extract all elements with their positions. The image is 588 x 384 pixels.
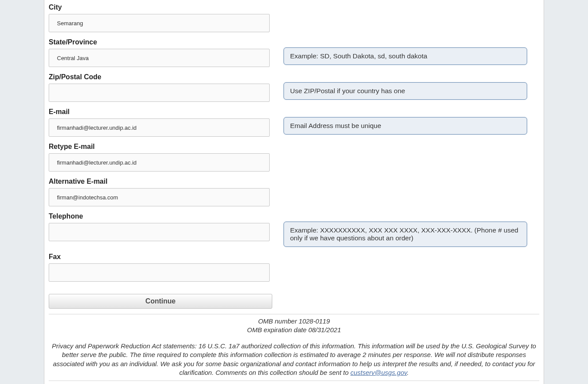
row-retype-email: Retype E-mail bbox=[49, 139, 539, 172]
input-zip[interactable] bbox=[49, 84, 270, 102]
label-state: State/Province bbox=[49, 38, 271, 46]
row-fax: Fax bbox=[49, 249, 539, 282]
label-zip: Zip/Postal Code bbox=[49, 73, 271, 81]
label-alt-email: Alternative E-mail bbox=[49, 178, 271, 185]
label-fax: Fax bbox=[49, 253, 271, 261]
row-city: City bbox=[49, 0, 539, 32]
omb-number: OMB number 1028-0119 bbox=[49, 317, 539, 326]
privacy-text-1: Privacy and Paperwork Reduction Act stat… bbox=[52, 342, 536, 376]
omb-expiration: OMB expiration date 08/31/2021 bbox=[49, 326, 539, 334]
row-zip: Zip/Postal Code Use ZIP/Postal if your c… bbox=[49, 70, 539, 102]
input-email[interactable] bbox=[49, 118, 270, 137]
input-telephone[interactable] bbox=[49, 223, 270, 241]
input-retype-email[interactable] bbox=[49, 153, 270, 172]
label-telephone: Telephone bbox=[49, 212, 271, 220]
privacy-statement: Privacy and Paperwork Reduction Act stat… bbox=[49, 342, 539, 377]
form-container: City State/Province Example: SD, South D… bbox=[44, 0, 544, 384]
row-alt-email: Alternative E-mail bbox=[49, 174, 539, 206]
row-state: State/Province Example: SD, South Dakota… bbox=[49, 35, 539, 67]
input-fax[interactable] bbox=[49, 263, 270, 282]
omb-block: OMB number 1028-0119 OMB expiration date… bbox=[49, 317, 539, 334]
input-state[interactable] bbox=[49, 49, 270, 67]
privacy-email-link[interactable]: custserv@usgs.gov bbox=[351, 369, 407, 376]
divider-top bbox=[49, 314, 539, 314]
hint-zip: Use ZIP/Postal if your country has one bbox=[284, 82, 527, 100]
divider-bottom bbox=[49, 381, 539, 381]
hint-email: Email Address must be unique bbox=[284, 117, 527, 135]
row-email: E-mail Email Address must be unique bbox=[49, 104, 539, 137]
privacy-text-2: . bbox=[407, 369, 409, 376]
input-alt-email[interactable] bbox=[49, 188, 270, 206]
label-email: E-mail bbox=[49, 108, 271, 116]
input-city[interactable] bbox=[49, 14, 270, 32]
continue-button[interactable]: Continue bbox=[49, 294, 272, 309]
hint-telephone: Example: XXXXXXXXXX, XXX XXX XXXX, XXX-X… bbox=[284, 222, 527, 247]
label-retype-email: Retype E-mail bbox=[49, 143, 271, 151]
label-city: City bbox=[49, 3, 271, 11]
row-telephone: Telephone Example: XXXXXXXXXX, XXX XXX X… bbox=[49, 209, 539, 247]
hint-state: Example: SD, South Dakota, sd, south dak… bbox=[284, 47, 527, 65]
